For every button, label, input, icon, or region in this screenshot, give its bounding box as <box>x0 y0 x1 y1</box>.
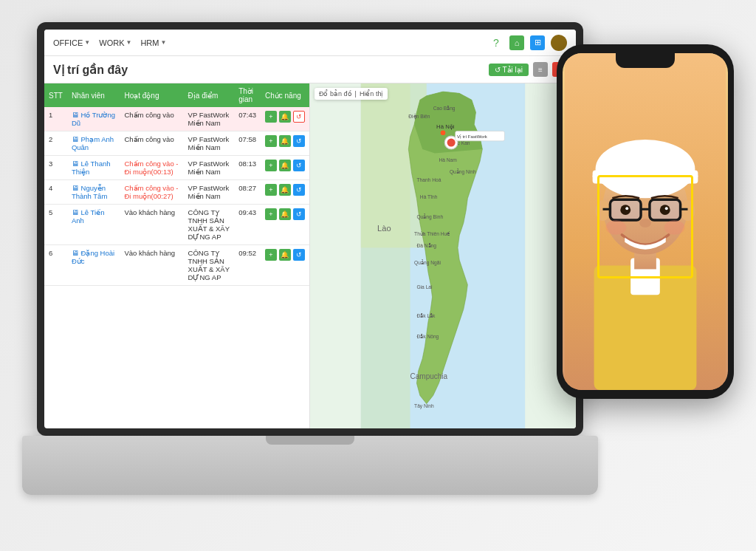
cell-stt: 2 <box>44 131 67 156</box>
action-undo[interactable]: ↺ <box>293 184 305 196</box>
help-icon[interactable]: ? <box>489 35 504 50</box>
nav-work[interactable]: WORK ▼ <box>99 38 131 47</box>
grid-icon[interactable]: ⊞ <box>530 35 545 50</box>
cell-employee: 🖥 Lê Thanh Thiện <box>67 156 120 180</box>
action-undo[interactable]: ↺ <box>293 249 305 261</box>
th-nhanvien: Nhân viên <box>67 83 120 107</box>
cell-employee: 🖥 Hồ Trường Dũ <box>67 107 120 131</box>
main-area: STT Nhân viên Hoạt động Địa điểm Thời gi… <box>44 83 576 428</box>
cell-location: CÔNG TY TNHH SẢN XUẤT & XÂY DỰNG AP <box>184 245 235 286</box>
table-row: 1 🖥 Hồ Trường Dũ Chấm công vào VP FastWo… <box>44 107 309 131</box>
work-arrow: ▼ <box>126 39 132 46</box>
cell-location: VP FastWork Miền Nam <box>184 156 235 180</box>
action-undo[interactable]: ↺ <box>293 160 305 171</box>
action-bell[interactable]: 🔔 <box>279 135 291 147</box>
svg-text:Hà Nội: Hà Nội <box>436 123 455 130</box>
svg-rect-2 <box>361 83 410 428</box>
cell-location: CÔNG TY TNHH SẢN XUẤT & XÂY DỰNG AP <box>184 205 235 245</box>
action-add[interactable]: + <box>265 135 277 147</box>
action-bell[interactable]: 🔔 <box>279 184 291 196</box>
nav-office[interactable]: OFFICE ▼ <box>53 38 90 47</box>
cell-employee: 🖥 Nguyễn Thành Tâm <box>67 180 120 205</box>
svg-text:Đà Nẵng: Đà Nẵng <box>416 243 436 249</box>
map-view-label[interactable]: Đổ bản đồ <box>319 90 352 97</box>
action-bell[interactable]: 🔔 <box>279 208 291 220</box>
table-row: 2 🖥 Phạm Anh Quân Chấm công vào VP FastW… <box>44 131 309 156</box>
nav-left: OFFICE ▼ WORK ▼ HRM ▼ <box>53 38 166 47</box>
cell-time: 09:43 <box>234 205 261 245</box>
cell-actions: + 🔔 ↺ <box>261 205 309 245</box>
page-header: Vị trí gần đây ↺ Tải lại ≡ × <box>44 56 576 83</box>
action-bell[interactable]: 🔔 <box>279 160 291 171</box>
cell-time: 09:52 <box>234 245 261 286</box>
cell-time: 07:43 <box>234 107 261 131</box>
cell-stt: 5 <box>44 205 67 245</box>
action-add[interactable]: + <box>265 160 277 171</box>
cell-employee: 🖥 Đặng Hoài Đức <box>67 245 120 286</box>
cell-location: VP FastWork Miền Nam <box>184 107 235 131</box>
cell-stt: 1 <box>44 107 67 131</box>
action-add[interactable]: + <box>265 111 277 123</box>
display-label[interactable]: Hiển thị <box>360 90 384 97</box>
hrm-arrow: ▼ <box>160 39 166 46</box>
cell-actions: + 🔔 ↺ <box>261 107 309 131</box>
map-toolbar: Đổ bản đồ | Hiển thị <box>315 88 388 100</box>
map-section: Đổ bản đồ | Hiển thị + − ⊕ <box>310 83 576 428</box>
svg-point-23 <box>447 138 456 146</box>
cell-activity: Vào khách hàng <box>120 205 183 245</box>
vietnam-map: Lào Hà Nội Cao Bằng Điện Biên Bắc <box>310 83 576 428</box>
phone <box>557 44 734 399</box>
laptop-screen-inner: OFFICE ▼ WORK ▼ HRM ▼ ? <box>44 30 576 428</box>
svg-text:Thanh Hoá: Thanh Hoá <box>416 177 441 182</box>
action-add[interactable]: + <box>265 208 277 220</box>
action-add[interactable]: + <box>265 249 277 261</box>
svg-text:Hà Tĩnh: Hà Tĩnh <box>420 194 438 199</box>
face-detection-box <box>597 175 693 278</box>
list-view-button[interactable]: ≡ <box>533 62 548 77</box>
cell-activity: Chấm công vào - Đi muộn(00:27) <box>120 180 183 205</box>
cell-stt: 4 <box>44 180 67 205</box>
phone-screen <box>563 53 728 390</box>
cell-location: VP FastWork Miền Nam <box>184 180 235 205</box>
svg-text:Gia Lai: Gia Lai <box>416 284 433 290</box>
svg-text:Tây Ninh: Tây Ninh <box>414 403 434 409</box>
home-icon[interactable]: ⌂ <box>509 35 524 50</box>
action-bell[interactable]: 🔔 <box>279 111 291 123</box>
th-chucnang: Chức năng <box>261 83 309 107</box>
page-title: Vị trí gần đây <box>53 63 128 77</box>
laptop: OFFICE ▼ WORK ▼ HRM ▼ ? <box>22 22 598 495</box>
action-bell[interactable]: 🔔 <box>279 249 291 261</box>
reload-button[interactable]: ↺ Tải lại <box>489 64 529 76</box>
svg-text:Campuchia: Campuchia <box>410 372 448 380</box>
phone-notch <box>616 53 675 68</box>
svg-text:Cao Bằng: Cao Bằng <box>433 106 456 112</box>
th-thoigian: Thời gian <box>234 83 261 107</box>
phone-face-area <box>563 53 728 390</box>
cell-actions: + 🔔 ↺ <box>261 245 309 286</box>
action-undo[interactable]: ↺ <box>293 208 305 220</box>
hrm-label: HRM <box>140 38 159 47</box>
user-avatar[interactable] <box>551 35 567 51</box>
office-label: OFFICE <box>53 38 83 47</box>
scene: OFFICE ▼ WORK ▼ HRM ▼ ? <box>0 0 756 551</box>
action-add[interactable]: + <box>265 184 277 196</box>
table-row: 5 🖥 Lê Tiến Anh Vào khách hàng CÔNG TY T… <box>44 205 309 245</box>
cell-actions: + 🔔 ↺ <box>261 156 309 180</box>
separator: | <box>355 90 357 97</box>
cell-activity: Vào khách hàng <box>120 245 183 286</box>
action-undo[interactable]: ↺ <box>293 111 305 123</box>
svg-text:Vị trí FastWork: Vị trí FastWork <box>457 134 488 140</box>
office-arrow: ▼ <box>84 39 90 46</box>
nav-right: ? ⌂ ⊞ <box>489 35 567 51</box>
cell-employee: 🖥 Lê Tiến Anh <box>67 205 120 245</box>
app-content: Vị trí gần đây ↺ Tải lại ≡ × <box>44 56 576 428</box>
svg-text:Lào: Lào <box>377 224 391 233</box>
table-header-row: STT Nhân viên Hoạt động Địa điểm Thời gi… <box>44 83 309 107</box>
th-stt: STT <box>44 83 67 107</box>
svg-text:Điện Biên: Điện Biên <box>408 114 430 120</box>
table-body: 1 🖥 Hồ Trường Dũ Chấm công vào VP FastWo… <box>44 107 309 286</box>
svg-text:Quảng Bình: Quảng Bình <box>416 213 443 220</box>
nav-hrm[interactable]: HRM ▼ <box>140 38 166 47</box>
action-undo[interactable]: ↺ <box>293 135 305 147</box>
table-head: STT Nhân viên Hoạt động Địa điểm Thời gi… <box>44 83 309 107</box>
